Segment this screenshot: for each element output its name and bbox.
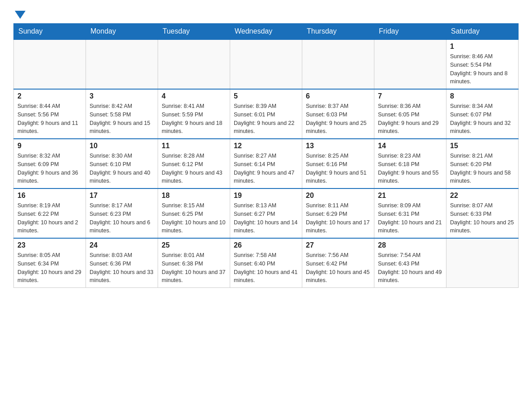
day-number: 5: [234, 92, 298, 100]
calendar-cell: [446, 238, 519, 288]
day-number: 28: [378, 241, 442, 249]
calendar-cell: 3Sunrise: 8:42 AMSunset: 5:58 PMDaylight…: [86, 89, 158, 139]
day-number: 11: [162, 142, 226, 150]
calendar-cell: 24Sunrise: 8:03 AMSunset: 6:36 PMDayligh…: [86, 238, 158, 288]
day-number: 1: [450, 43, 515, 51]
calendar-cell: 18Sunrise: 8:15 AMSunset: 6:25 PMDayligh…: [158, 188, 230, 238]
calendar-cell: [230, 39, 302, 89]
day-number: 2: [17, 92, 82, 100]
weekday-header-wednesday: Wednesday: [230, 24, 302, 40]
calendar-cell: 21Sunrise: 8:09 AMSunset: 6:31 PMDayligh…: [374, 188, 446, 238]
calendar-cell: 4Sunrise: 8:41 AMSunset: 5:59 PMDaylight…: [158, 89, 230, 139]
calendar-week-row: 9Sunrise: 8:32 AMSunset: 6:09 PMDaylight…: [14, 139, 519, 188]
day-info: Sunrise: 8:41 AMSunset: 5:59 PMDaylight:…: [162, 102, 226, 136]
calendar-cell: 19Sunrise: 8:13 AMSunset: 6:27 PMDayligh…: [230, 188, 302, 238]
day-info: Sunrise: 8:30 AMSunset: 6:10 PMDaylight:…: [90, 152, 154, 185]
day-info: Sunrise: 8:13 AMSunset: 6:27 PMDaylight:…: [234, 201, 298, 235]
day-info: Sunrise: 8:05 AMSunset: 6:34 PMDaylight:…: [17, 251, 82, 285]
calendar-cell: 14Sunrise: 8:23 AMSunset: 6:18 PMDayligh…: [374, 139, 446, 188]
day-number: 19: [234, 192, 298, 200]
day-info: Sunrise: 8:23 AMSunset: 6:18 PMDaylight:…: [378, 152, 442, 185]
day-info: Sunrise: 8:27 AMSunset: 6:14 PMDaylight:…: [234, 152, 298, 185]
calendar-cell: 9Sunrise: 8:32 AMSunset: 6:09 PMDaylight…: [14, 139, 86, 188]
calendar-table: SundayMondayTuesdayWednesdayThursdayFrid…: [13, 23, 519, 288]
calendar-cell: 23Sunrise: 8:05 AMSunset: 6:34 PMDayligh…: [14, 238, 86, 288]
calendar-cell: 22Sunrise: 8:07 AMSunset: 6:33 PMDayligh…: [446, 188, 519, 238]
weekday-header-sunday: Sunday: [14, 24, 86, 40]
day-info: Sunrise: 8:28 AMSunset: 6:12 PMDaylight:…: [162, 152, 226, 185]
day-info: Sunrise: 8:25 AMSunset: 6:16 PMDaylight:…: [306, 152, 370, 185]
weekday-header-monday: Monday: [86, 24, 158, 40]
day-number: 4: [162, 92, 226, 100]
calendar-cell: 8Sunrise: 8:34 AMSunset: 6:07 PMDaylight…: [446, 89, 519, 139]
calendar-cell: [158, 39, 230, 89]
day-number: 12: [234, 142, 298, 150]
calendar-cell: 12Sunrise: 8:27 AMSunset: 6:14 PMDayligh…: [230, 139, 302, 188]
calendar-cell: 16Sunrise: 8:19 AMSunset: 6:22 PMDayligh…: [14, 188, 86, 238]
weekday-header-saturday: Saturday: [446, 24, 519, 40]
day-number: 23: [17, 241, 82, 249]
calendar-cell: 13Sunrise: 8:25 AMSunset: 6:16 PMDayligh…: [302, 139, 374, 188]
day-number: 9: [17, 142, 82, 150]
day-number: 25: [162, 241, 226, 249]
calendar-cell: 15Sunrise: 8:21 AMSunset: 6:20 PMDayligh…: [446, 139, 519, 188]
calendar-cell: [374, 39, 446, 89]
day-info: Sunrise: 8:44 AMSunset: 5:56 PMDaylight:…: [17, 102, 82, 136]
calendar-cell: 5Sunrise: 8:39 AMSunset: 6:01 PMDaylight…: [230, 89, 302, 139]
calendar-cell: 6Sunrise: 8:37 AMSunset: 6:03 PMDaylight…: [302, 89, 374, 139]
day-info: Sunrise: 8:32 AMSunset: 6:09 PMDaylight:…: [17, 152, 82, 185]
day-number: 8: [450, 92, 515, 100]
day-info: Sunrise: 8:11 AMSunset: 6:29 PMDaylight:…: [306, 201, 370, 235]
day-number: 15: [450, 142, 515, 150]
day-info: Sunrise: 7:56 AMSunset: 6:42 PMDaylight:…: [306, 251, 370, 285]
day-info: Sunrise: 8:34 AMSunset: 6:07 PMDaylight:…: [450, 102, 515, 136]
day-info: Sunrise: 8:42 AMSunset: 5:58 PMDaylight:…: [90, 102, 154, 136]
day-info: Sunrise: 7:54 AMSunset: 6:43 PMDaylight:…: [378, 251, 442, 285]
day-info: Sunrise: 8:36 AMSunset: 6:05 PMDaylight:…: [378, 102, 442, 136]
logo-arrow-icon: [15, 11, 26, 19]
day-number: 6: [306, 92, 370, 100]
day-info: Sunrise: 8:39 AMSunset: 6:01 PMDaylight:…: [234, 102, 298, 136]
day-number: 16: [17, 192, 82, 200]
day-info: Sunrise: 7:58 AMSunset: 6:40 PMDaylight:…: [234, 251, 298, 285]
day-number: 14: [378, 142, 442, 150]
weekday-header-thursday: Thursday: [302, 24, 374, 40]
day-number: 26: [234, 241, 298, 249]
calendar-header-row: SundayMondayTuesdayWednesdayThursdayFrid…: [14, 24, 519, 40]
calendar-cell: 20Sunrise: 8:11 AMSunset: 6:29 PMDayligh…: [302, 188, 374, 238]
day-number: 17: [90, 192, 154, 200]
day-info: Sunrise: 8:09 AMSunset: 6:31 PMDaylight:…: [378, 201, 442, 235]
calendar-cell: 10Sunrise: 8:30 AMSunset: 6:10 PMDayligh…: [86, 139, 158, 188]
calendar-week-row: 16Sunrise: 8:19 AMSunset: 6:22 PMDayligh…: [14, 188, 519, 238]
calendar-cell: 26Sunrise: 7:58 AMSunset: 6:40 PMDayligh…: [230, 238, 302, 288]
calendar-cell: [14, 39, 86, 89]
day-number: 10: [90, 142, 154, 150]
calendar-week-row: 1Sunrise: 8:46 AMSunset: 5:54 PMDaylight…: [14, 39, 519, 89]
day-number: 20: [306, 192, 370, 200]
calendar-cell: 28Sunrise: 7:54 AMSunset: 6:43 PMDayligh…: [374, 238, 446, 288]
weekday-header-tuesday: Tuesday: [158, 24, 230, 40]
day-info: Sunrise: 8:46 AMSunset: 5:54 PMDaylight:…: [450, 52, 515, 86]
day-info: Sunrise: 8:19 AMSunset: 6:22 PMDaylight:…: [17, 201, 82, 235]
day-number: 18: [162, 192, 226, 200]
day-info: Sunrise: 8:01 AMSunset: 6:38 PMDaylight:…: [162, 251, 226, 285]
day-number: 3: [90, 92, 154, 100]
calendar-cell: 17Sunrise: 8:17 AMSunset: 6:23 PMDayligh…: [86, 188, 158, 238]
calendar-cell: [302, 39, 374, 89]
day-info: Sunrise: 8:07 AMSunset: 6:33 PMDaylight:…: [450, 201, 515, 235]
day-number: 21: [378, 192, 442, 200]
calendar-cell: 11Sunrise: 8:28 AMSunset: 6:12 PMDayligh…: [158, 139, 230, 188]
calendar-cell: [86, 39, 158, 89]
day-info: Sunrise: 8:03 AMSunset: 6:36 PMDaylight:…: [90, 251, 154, 285]
logo: [13, 9, 26, 19]
day-info: Sunrise: 8:37 AMSunset: 6:03 PMDaylight:…: [306, 102, 370, 136]
calendar-week-row: 23Sunrise: 8:05 AMSunset: 6:34 PMDayligh…: [14, 238, 519, 288]
calendar-cell: 27Sunrise: 7:56 AMSunset: 6:42 PMDayligh…: [302, 238, 374, 288]
calendar-cell: 25Sunrise: 8:01 AMSunset: 6:38 PMDayligh…: [158, 238, 230, 288]
calendar-cell: 2Sunrise: 8:44 AMSunset: 5:56 PMDaylight…: [14, 89, 86, 139]
day-info: Sunrise: 8:17 AMSunset: 6:23 PMDaylight:…: [90, 201, 154, 235]
day-number: 7: [378, 92, 442, 100]
day-number: 24: [90, 241, 154, 249]
day-number: 22: [450, 192, 515, 200]
weekday-header-friday: Friday: [374, 24, 446, 40]
